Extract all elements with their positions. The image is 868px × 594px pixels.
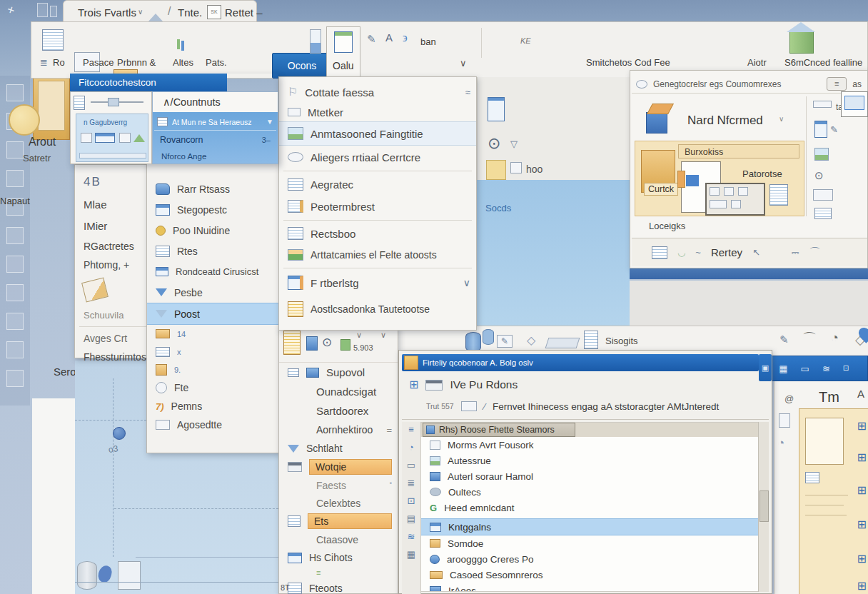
menu-item[interactable]: Sartdoorex xyxy=(279,401,398,421)
gutter-icon[interactable]: ≣ xyxy=(408,478,415,488)
menu-item[interactable]: Celexbtes xyxy=(279,494,398,512)
callout-shape[interactable] xyxy=(118,561,141,590)
house-icon[interactable] xyxy=(789,31,814,54)
slider-handle[interactable] xyxy=(108,98,119,106)
flyout-item-row3[interactable]: Nforco Ange xyxy=(154,149,276,163)
list-item[interactable]: Somdoe xyxy=(421,535,758,551)
table-icon[interactable] xyxy=(652,246,667,259)
mini-control-icon[interactable] xyxy=(81,133,92,143)
menu-item[interactable]: Supovol xyxy=(279,363,398,382)
ribbon-label-pats[interactable]: Pats. xyxy=(206,57,227,68)
window-titlebar[interactable]: Firteliy qcobenoar A. Bolg oslv xyxy=(402,354,759,371)
chevron-down-icon[interactable]: ∨ xyxy=(356,331,362,340)
flyout-item-countnuts[interactable]: ∧/Countnuts xyxy=(153,92,278,112)
menu-item-selected-orange[interactable]: Ets xyxy=(279,512,398,530)
bar-icon[interactable]: ⊡ xyxy=(843,365,849,372)
menu-button[interactable]: ≡ xyxy=(827,77,847,91)
window-corner-tab[interactable]: ▣ xyxy=(759,354,772,381)
menu-item[interactable]: Peotermbrest xyxy=(279,195,476,218)
monitor-icon[interactable] xyxy=(841,91,868,117)
diamond-icon[interactable]: ◇ xyxy=(527,333,535,347)
checkbox-icon[interactable] xyxy=(510,162,522,173)
gutter-icon[interactable]: ≋ xyxy=(408,532,415,541)
letter-a-icon[interactable]: A xyxy=(385,32,393,43)
clock-icon[interactable]: ⊙ xyxy=(488,134,500,153)
menu-item[interactable]: 7)Pemns xyxy=(147,397,278,416)
person-circle-icon[interactable]: ◔ xyxy=(831,331,839,346)
keyboard-icon[interactable] xyxy=(813,189,833,201)
list-item-selected[interactable]: Kntggalns xyxy=(421,518,758,535)
sidebar-icon[interactable] xyxy=(6,341,24,358)
chevron-down-icon[interactable]: ∨ xyxy=(463,278,470,288)
ocons-button[interactable]: Ocons xyxy=(272,53,332,79)
arc-icon[interactable]: ⌒ xyxy=(802,329,817,348)
sidebar-icon[interactable] xyxy=(6,170,24,187)
tab-time-fuertls[interactable]: Trois Fvartls xyxy=(78,6,136,19)
doc-icon[interactable] xyxy=(584,331,598,349)
menu-item[interactable]: Faests° xyxy=(279,476,398,494)
grid-plus-icon[interactable]: ⊞ xyxy=(857,421,867,432)
ribbon-label-ro[interactable]: Ro xyxy=(53,57,65,68)
person-window-icon[interactable] xyxy=(814,148,829,161)
mini-table-icon[interactable] xyxy=(805,472,819,483)
preview-scrollbar[interactable] xyxy=(79,153,146,158)
grid-plus-icon[interactable]: ⊞ xyxy=(857,485,867,496)
pencil-slash-icon[interactable]: ✎ xyxy=(779,333,789,346)
somcnced-label[interactable]: S6mCnced fealline xyxy=(784,57,862,68)
grid-plus-icon[interactable]: ⊞ xyxy=(857,452,867,463)
side-table-icon[interactable] xyxy=(769,184,788,206)
mini-grid-panel[interactable] xyxy=(705,183,765,216)
cylinder-shape[interactable] xyxy=(77,561,97,590)
window-scrollbar[interactable] xyxy=(758,422,769,592)
ribbon-label-pasace[interactable]: Pasace xyxy=(83,57,113,68)
oalu-group[interactable]: Oalu xyxy=(326,26,360,78)
gutter-icon[interactable]: ◔ xyxy=(408,443,414,452)
menu-item[interactable]: Mtetker xyxy=(279,103,476,121)
ribbon-label-prbnnn[interactable]: Prbnnn & xyxy=(117,57,156,68)
grid-plus-icon[interactable]: ⊞ xyxy=(857,553,867,565)
chevron-down-icon[interactable]: ∨ xyxy=(460,58,467,69)
smiley-badge-icon[interactable] xyxy=(9,104,40,136)
clock-icon[interactable]: ⊙ xyxy=(322,335,332,350)
note-icon[interactable] xyxy=(779,413,790,428)
menu-item[interactable]: 14 xyxy=(147,325,278,343)
gutter-icon[interactable]: ▭ xyxy=(407,460,415,470)
chevron-down-icon[interactable]: ∨ xyxy=(380,331,386,340)
document-lines-icon[interactable] xyxy=(42,29,64,51)
ribbon-label-altes[interactable]: Altes xyxy=(173,57,193,68)
slide-icon[interactable] xyxy=(461,401,477,411)
cylinder-icon[interactable] xyxy=(465,332,481,352)
swoosh-icon[interactable]: ϶ xyxy=(403,32,408,43)
green-box-icon[interactable] xyxy=(340,339,350,351)
menu-item-selected[interactable]: Poost xyxy=(147,303,278,325)
stamp-row[interactable]: ≡ xyxy=(279,567,398,578)
menu-item[interactable]: Rondceatd Cirusicst xyxy=(147,261,278,282)
scrollbar-thumb[interactable] xyxy=(760,490,769,522)
menu-item[interactable]: Aegratec xyxy=(279,173,476,195)
menu-item[interactable]: F rtberlstg∨ xyxy=(279,271,476,295)
bar-icon[interactable]: ▦ xyxy=(779,364,787,373)
gutter-icon[interactable]: ≡ xyxy=(408,425,414,434)
flyout-header[interactable]: Fitcocotochestcon xyxy=(70,74,227,91)
tab-tnte[interactable]: Tnte. xyxy=(178,6,202,19)
yellow-swatch[interactable] xyxy=(486,160,506,180)
sidebar-icon[interactable] xyxy=(6,256,24,273)
list-header-cell[interactable]: Rhs) Roose Fhette Steamors xyxy=(423,423,575,437)
smitchetos-label[interactable]: Smitchetos Cod Fee xyxy=(586,57,670,68)
menu-item[interactable]: Ctaasove xyxy=(279,530,398,548)
menu-item[interactable]: Hs Cihots xyxy=(279,548,398,567)
doc-yellow-icon[interactable] xyxy=(283,331,301,355)
menu-item-selected-orange[interactable]: Wotqie xyxy=(279,458,398,476)
pen-icon[interactable]: ✎ xyxy=(367,34,376,44)
blue-document-area[interactable]: Socds xyxy=(477,180,630,326)
flyout-item-row2[interactable]: Rovancorn 3– xyxy=(154,132,276,148)
grid-plus-icon[interactable]: ⊞ xyxy=(857,580,867,592)
sidebar-icon[interactable] xyxy=(6,284,24,301)
as-label[interactable]: as xyxy=(852,79,867,89)
menu-item[interactable]: Fte xyxy=(147,378,278,397)
list-item[interactable]: Auterl soraur Hamol xyxy=(421,468,758,484)
list-item[interactable]: Casoed Sesomnreros xyxy=(421,567,758,583)
menu-item[interactable]: Rectsboo xyxy=(279,223,476,244)
menu-item[interactable]: Agosedtte xyxy=(147,416,278,434)
mini-control-icon[interactable] xyxy=(95,133,115,143)
